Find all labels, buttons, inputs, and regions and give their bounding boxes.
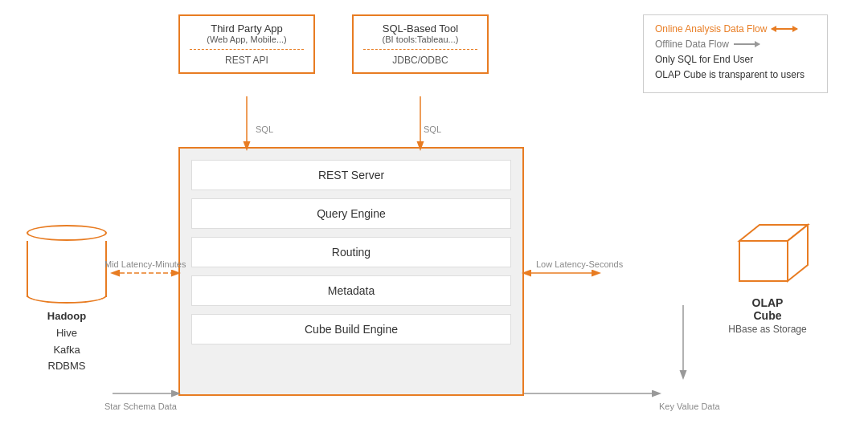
engine-rest-server: REST Server [191,160,511,190]
sql-tool-api: JDBC/ODBC [363,55,477,66]
legend-offline: Offline Data Flow [655,39,816,50]
legend-online-arrow [772,28,797,30]
query-engine-label: Query Engine [317,207,386,220]
legend-note2-text: OLAP Cube is transparent to users [655,69,805,80]
sql-tool-divider [363,49,477,50]
olap-box: OLAP Cube HBase as Storage [711,217,824,335]
metadata-label: Metadata [328,284,375,297]
hadoop-line-3: Kafka [23,342,111,359]
olap-title: OLAP Cube [711,296,824,322]
svg-marker-0 [739,241,788,281]
engine-cube-build: Cube Build Engine [191,314,511,344]
hadoop-line-4: RDBMS [23,358,111,375]
diagram: Online Analysis Data Flow Offline Data F… [0,0,868,428]
sql-tool-box: SQL-Based Tool (BI tools:Tableau...) JDB… [352,14,489,74]
star-schema-label: Star Schema Data [104,402,177,411]
engine-metadata: Metadata [191,275,511,306]
third-party-api: REST API [190,55,304,66]
hadoop-line-2: Hive [23,325,111,342]
engine-routing: Routing [191,237,511,267]
third-party-title: Third Party App [190,22,304,35]
sql-label-1: SQL [256,124,273,134]
legend-note1: Only SQL for End User [655,54,816,65]
legend-box: Online Analysis Data Flow Offline Data F… [643,14,828,93]
third-party-divider [190,49,304,50]
legend-offline-label: Offline Data Flow [655,39,729,50]
rest-server-label: REST Server [318,169,384,181]
routing-label: Routing [332,246,371,259]
sql-label-2: SQL [424,124,441,134]
hadoop-labels: Hadoop Hive Kafka RDBMS [23,308,111,375]
olap-title-text: OLAP [752,296,784,309]
hbase-label: HBase as Storage [711,324,824,335]
hadoop-box: Hadoop Hive Kafka RDBMS [23,225,111,375]
legend-offline-arrow [734,43,760,45]
engine-query-engine: Query Engine [191,198,511,229]
cube-build-label: Cube Build Engine [305,323,398,336]
low-latency-label: Low Latency-Seconds [536,259,623,269]
legend-note2: OLAP Cube is transparent to users [655,69,816,80]
legend-note1-text: Only SQL for End User [655,54,753,65]
legend-online-label: Online Analysis Data Flow [655,23,767,35]
hadoop-line-1: Hadoop [23,308,111,325]
sql-tool-subtitle: (BI tools:Tableau...) [363,35,477,44]
main-engine-box: REST Server Query Engine Routing Metadat… [178,147,524,396]
sql-tool-title: SQL-Based Tool [363,22,477,35]
cylinder-body [27,241,107,297]
third-party-box: Third Party App (Web App, Mobile...) RES… [178,14,315,74]
mid-latency-label: Mid Latency-Minutes [104,259,186,269]
cylinder-top [27,225,107,241]
key-value-label: Key Value Data [659,402,720,411]
legend-online: Online Analysis Data Flow [655,23,816,35]
hadoop-cylinder [27,225,107,297]
olap-subtitle-text: Cube [754,309,782,322]
cylinder-bottom [27,287,107,304]
third-party-subtitle: (Web App, Mobile...) [190,35,304,44]
olap-cube-svg [723,217,812,293]
